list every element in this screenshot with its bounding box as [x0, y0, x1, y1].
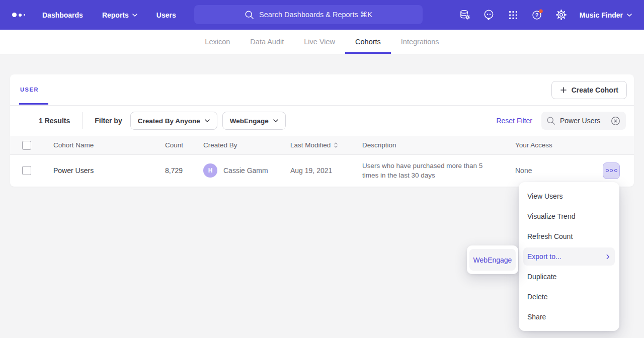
- nav-item-reports-label: Reports: [102, 11, 129, 19]
- export-submenu: WebEngage: [467, 245, 518, 274]
- filter-by-label: Filter by: [95, 117, 122, 125]
- header-description: Description: [362, 141, 515, 149]
- tab-cohorts[interactable]: Cohorts: [345, 30, 391, 54]
- cohort-search-input[interactable]: [560, 117, 606, 125]
- menu-item-export-to[interactable]: Export to...: [523, 247, 615, 266]
- section-tabs: Lexicon Data Audit Live View Cohorts Int…: [0, 30, 644, 54]
- select-all-checkbox[interactable]: [22, 141, 31, 150]
- chevron-down-icon: [205, 119, 210, 122]
- created-by-cell: H Cassie Gamm: [203, 163, 290, 178]
- row-context-menu: View Users Visualize Trend Refresh Count…: [519, 182, 619, 331]
- submenu-item-webengage[interactable]: WebEngage: [469, 249, 516, 271]
- menu-item-view-users[interactable]: View Users: [519, 186, 619, 206]
- menu-item-refresh-count[interactable]: Refresh Count: [519, 226, 619, 246]
- search-icon: [546, 116, 555, 125]
- settings-gear-icon[interactable]: [555, 9, 568, 21]
- chevron-right-icon: [606, 254, 610, 260]
- more-options-button[interactable]: [603, 162, 620, 179]
- source-dropdown-value: WebEngage: [230, 117, 269, 125]
- header-count: Count: [154, 141, 203, 149]
- chevron-down-icon: [132, 14, 137, 17]
- last-modified-cell: Aug 19, 2021: [290, 166, 362, 175]
- divider: [82, 112, 83, 129]
- menu-item-delete[interactable]: Delete: [519, 287, 619, 307]
- header-your-access: Your Access: [515, 141, 603, 149]
- row-checkbox[interactable]: [22, 166, 31, 175]
- header-cohort-name: Cohort Name: [53, 141, 154, 149]
- source-dropdown[interactable]: WebEngage: [222, 112, 286, 130]
- tab-live-view[interactable]: Live View: [294, 30, 345, 54]
- your-access-cell: None: [515, 166, 603, 175]
- data-settings-icon[interactable]: [459, 9, 471, 21]
- chevron-down-icon: [273, 119, 278, 122]
- cohort-search-box: [541, 112, 626, 130]
- clear-search-icon[interactable]: [611, 116, 620, 126]
- feedback-icon[interactable]: [483, 9, 495, 21]
- header-last-modified[interactable]: Last Modified: [290, 141, 362, 149]
- created-by-dropdown-value: Created By Anyone: [138, 117, 200, 125]
- cohort-count: 8,729: [154, 166, 203, 175]
- nav-item-reports[interactable]: Reports: [102, 11, 137, 19]
- svg-text:?: ?: [535, 12, 538, 18]
- tab-integrations[interactable]: Integrations: [391, 30, 449, 54]
- created-by-dropdown[interactable]: Created By Anyone: [130, 112, 217, 130]
- nav-item-users[interactable]: Users: [156, 11, 176, 19]
- primary-nav: Dashboards Reports Users: [42, 11, 176, 19]
- create-cohort-label: Create Cohort: [572, 86, 618, 94]
- header-created-by: Created By: [203, 141, 290, 149]
- results-count: 1 Results: [39, 117, 70, 125]
- description-cell: Users who have purchased more than 5 tim…: [362, 161, 486, 180]
- mixpanel-logo-icon[interactable]: [12, 13, 25, 17]
- project-switcher[interactable]: Music Finder: [580, 11, 632, 19]
- project-name: Music Finder: [580, 11, 623, 19]
- cohort-name[interactable]: Power Users: [53, 166, 154, 175]
- plus-icon: [560, 87, 567, 94]
- tab-data-audit[interactable]: Data Audit: [240, 30, 294, 54]
- sort-icon: [334, 142, 338, 148]
- header-last-modified-label: Last Modified: [290, 141, 331, 149]
- tab-user[interactable]: USER: [20, 87, 39, 93]
- table-row: Power Users 8,729 H Cassie Gamm Aug 19, …: [10, 155, 634, 186]
- global-search-placeholder: Search Dashboards & Reports ⌘K: [259, 11, 372, 19]
- top-nav-right: ? Music Finder: [459, 0, 632, 30]
- chevron-down-icon: [627, 14, 632, 17]
- creator-name: Cassie Gamm: [223, 166, 268, 175]
- global-search-input[interactable]: Search Dashboards & Reports ⌘K: [194, 5, 423, 24]
- avatar: H: [203, 163, 217, 178]
- search-icon: [245, 10, 254, 20]
- menu-item-export-to-label: Export to...: [527, 252, 561, 261]
- apps-grid-icon[interactable]: [507, 9, 519, 21]
- cohorts-card: USER Create Cohort 1 Results Filter by C…: [10, 74, 634, 187]
- table-header: Cohort Name Count Created By Last Modifi…: [10, 136, 634, 155]
- nav-item-dashboards[interactable]: Dashboards: [42, 11, 83, 19]
- create-cohort-button[interactable]: Create Cohort: [551, 81, 627, 99]
- menu-item-duplicate[interactable]: Duplicate: [519, 267, 619, 287]
- tab-lexicon[interactable]: Lexicon: [195, 30, 240, 54]
- filter-row: 1 Results Filter by Created By Anyone We…: [10, 106, 634, 136]
- menu-item-visualize-trend[interactable]: Visualize Trend: [519, 206, 619, 226]
- top-nav: Dashboards Reports Users Search Dashboar…: [0, 0, 644, 30]
- help-icon[interactable]: ?: [531, 9, 543, 21]
- card-header: USER Create Cohort: [10, 74, 634, 106]
- notification-badge: [539, 10, 542, 13]
- reset-filter-link[interactable]: Reset Filter: [496, 117, 532, 125]
- menu-item-share[interactable]: Share: [519, 307, 619, 327]
